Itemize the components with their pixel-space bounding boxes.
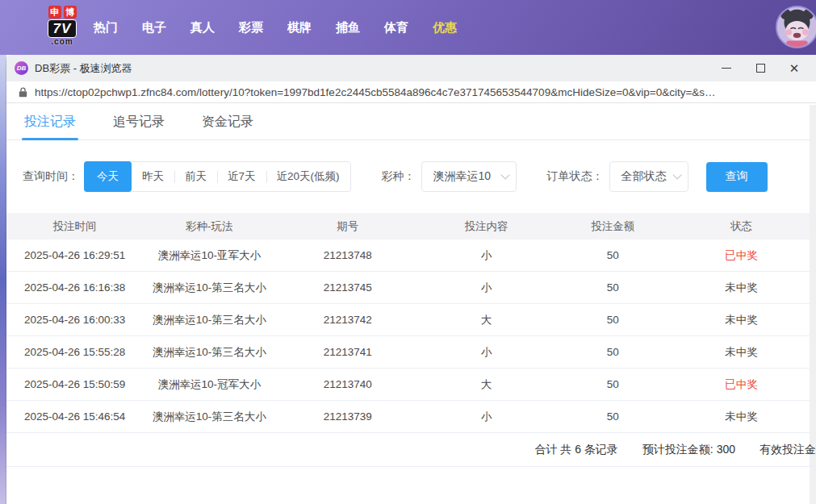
browser-app-icon: DB (15, 61, 28, 75)
tab[interactable]: 投注记录 (24, 105, 76, 140)
logo-badges: 申 博 (38, 6, 86, 19)
status-cell: 已中奖 (673, 377, 810, 392)
site-logo[interactable]: 申 博 7V .com (38, 6, 86, 46)
time-range-group: 今天 昨天 前天 近7天 近20天(低频) (84, 161, 351, 192)
column-header: 投注内容 (420, 219, 552, 234)
window-controls: ✕ (709, 56, 811, 81)
nav-item[interactable]: 捕鱼 (336, 20, 360, 35)
nav-item[interactable]: 电子 (142, 20, 166, 35)
issue-cell: 21213742 (275, 314, 420, 326)
close-button[interactable]: ✕ (777, 56, 811, 81)
url-text: https://ctop02pchwp1.zfnc84.com/lottery/… (35, 86, 716, 98)
bet-content-cell: 小 (420, 345, 552, 360)
minimize-button[interactable] (709, 56, 743, 81)
address-bar[interactable]: https://ctop02pchwp1.zfnc84.com/lottery/… (6, 81, 816, 103)
lottery-select-value: 澳洲幸运10 (433, 169, 492, 184)
browser-window: DB DB彩票 - 极速浏览器 ✕ https://ctop02pchwp1.z… (6, 55, 816, 504)
bet-time-cell: 2025-04-26 16:29:51 (6, 249, 143, 261)
logo-suffix-text: .com (38, 37, 86, 46)
lottery-filter-label: 彩种： (382, 169, 416, 184)
bet-amount-cell: 50 (553, 314, 673, 326)
bet-content-cell: 小 (420, 281, 552, 295)
status-cell: 未中奖 (673, 313, 810, 327)
order-status-select[interactable]: 全部状态 (609, 161, 688, 192)
table-row: 2025-04-26 16:00:33 澳洲幸运10-第三名大小 2121374… (6, 304, 810, 336)
status-cell: 未中奖 (673, 281, 810, 295)
play-type-cell: 澳洲幸运10-亚军大小 (143, 248, 275, 263)
lottery-select[interactable]: 澳洲幸运10 (421, 161, 517, 192)
maximize-icon (756, 64, 765, 73)
bet-time-cell: 2025-04-26 15:46:54 (6, 410, 143, 423)
minimize-icon (722, 68, 731, 69)
play-type-cell: 澳洲幸运10-第三名大小 (143, 281, 275, 295)
nav-item[interactable]: 棋牌 (287, 20, 312, 35)
bet-content-cell: 大 (420, 313, 552, 327)
issue-cell: 21213740 (275, 378, 420, 390)
logo-badge-right: 博 (64, 6, 77, 19)
site-topbar: 申 博 7V .com 热门 电子 真人 彩票 棋牌 捕鱼 体育 优惠 (0, 0, 816, 55)
filter-row: 查询时间： 今天 昨天 前天 近7天 近20天(低频) 彩种： 澳洲幸运10 (23, 161, 816, 192)
bet-records-table: 投注时间 彩种-玩法 期号 投注内容 投注金额 状态 2025-04-26 16… (6, 213, 810, 467)
issue-cell: 21213739 (275, 410, 420, 423)
play-type-cell: 澳洲幸运10-第三名大小 (143, 345, 275, 360)
window-titlebar: DB DB彩票 - 极速浏览器 ✕ (6, 55, 816, 81)
column-header: 状态 (673, 219, 810, 234)
nav-item[interactable]: 真人 (190, 20, 215, 35)
time-range-option[interactable]: 昨天 (132, 162, 174, 191)
chevron-down-icon (500, 170, 509, 179)
logo-main-text: 7V (48, 19, 77, 38)
column-header: 投注金额 (553, 219, 673, 234)
bet-content-cell: 小 (420, 248, 552, 263)
bet-amount-cell: 50 (553, 410, 673, 423)
nav-item[interactable]: 热门 (94, 20, 118, 35)
maximize-button[interactable] (743, 56, 777, 81)
page-content: 投注记录 追号记录 资金记录 查询时间： 今天 昨天 前天 近7天 近20天(低… (6, 105, 816, 504)
issue-cell: 21213741 (275, 346, 420, 358)
table-row: 2025-04-26 15:46:54 澳洲幸运10-第三名大小 2121373… (6, 401, 810, 433)
table-header-row: 投注时间 彩种-玩法 期号 投注内容 投注金额 状态 (6, 213, 810, 240)
status-cell: 未中奖 (673, 345, 810, 360)
status-cell: 未中奖 (673, 410, 810, 424)
user-avatar[interactable] (776, 6, 816, 48)
bet-time-cell: 2025-04-26 16:16:38 (6, 281, 143, 294)
time-range-option[interactable]: 近20天(低频) (266, 162, 350, 191)
play-type-cell: 澳洲幸运10-第三名大小 (143, 313, 275, 327)
order-status-value: 全部状态 (621, 169, 667, 184)
bet-time-cell: 2025-04-26 15:55:28 (6, 346, 143, 358)
nav-item[interactable]: 优惠 (433, 20, 457, 35)
bet-amount-cell: 50 (553, 378, 673, 390)
column-header: 投注时间 (6, 219, 143, 234)
bet-time-cell: 2025-04-26 15:50:59 (6, 378, 143, 390)
summary-expected-amount: 预计投注金额: 300 (642, 443, 735, 457)
tab[interactable]: 追号记录 (113, 105, 165, 140)
table-row: 2025-04-26 16:29:51 澳洲幸运10-亚军大小 21213748… (6, 240, 810, 272)
summary-valid-amount: 有效投注金 (760, 443, 816, 457)
table-row: 2025-04-26 16:16:38 澳洲幸运10-第三名大小 2121374… (6, 272, 810, 304)
nav-item[interactable]: 体育 (384, 20, 408, 35)
page-background-strip (0, 55, 6, 504)
close-icon: ✕ (789, 62, 800, 74)
nav-item[interactable]: 彩票 (239, 20, 263, 35)
site-nav: 热门 电子 真人 彩票 棋牌 捕鱼 体育 优惠 (94, 0, 457, 55)
bet-content-cell: 小 (420, 410, 552, 424)
play-type-cell: 澳洲幸运10-第三名大小 (143, 410, 275, 424)
time-range-option[interactable]: 今天 (84, 161, 132, 192)
lock-icon (19, 87, 27, 98)
avatar-girl-face-icon (777, 7, 816, 47)
bet-amount-cell: 50 (553, 249, 673, 261)
time-range-option[interactable]: 前天 (174, 162, 217, 191)
issue-cell: 21213748 (275, 249, 420, 261)
table-summary-row: 合计 共 6 条记录 预计投注金额: 300 有效投注金 (6, 433, 816, 467)
bet-time-cell: 2025-04-26 16:00:33 (6, 314, 143, 326)
record-tabs: 投注记录 追号记录 资金记录 (6, 105, 816, 140)
issue-cell: 21213745 (275, 281, 420, 294)
logo-badge-left: 申 (48, 6, 61, 19)
window-title: DB彩票 - 极速浏览器 (35, 61, 132, 76)
tab[interactable]: 资金记录 (202, 105, 253, 140)
table-row: 2025-04-26 15:50:59 澳洲幸运10-冠军大小 21213740… (6, 369, 810, 401)
search-button[interactable]: 查询 (706, 162, 768, 192)
bet-amount-cell: 50 (553, 346, 673, 358)
summary-total: 合计 共 6 条记录 (534, 443, 617, 457)
table-row: 2025-04-26 15:55:28 澳洲幸运10-第三名大小 2121374… (6, 336, 810, 369)
time-range-option[interactable]: 近7天 (217, 162, 266, 191)
